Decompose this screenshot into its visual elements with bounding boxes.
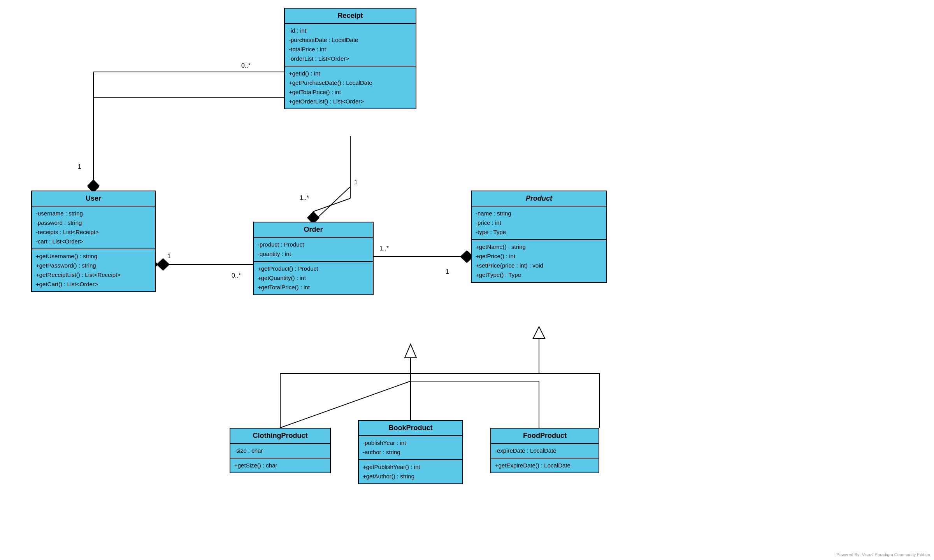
- receipt-title: Receipt: [285, 9, 416, 24]
- clothing-product-title: ClothingProduct: [230, 429, 330, 444]
- order-class: Order -product : Product -quantity : int…: [253, 222, 374, 295]
- svg-marker-14: [405, 344, 416, 358]
- multiplicity-receipt-order-receipt: 1: [354, 179, 358, 186]
- order-attributes: -product : Product -quantity : int: [254, 238, 373, 262]
- food-product-methods: +getExpireDate() : LocalDate: [491, 458, 599, 472]
- book-product-class: BookProduct -publishYear : int -author :…: [358, 420, 463, 484]
- order-title: Order: [254, 222, 373, 238]
- multiplicity-user-order-order: 0..*: [232, 272, 241, 279]
- user-attributes: -username : string -password : string -r…: [32, 206, 155, 249]
- product-attributes: -name : string -price : int -type : Type: [472, 206, 606, 240]
- user-class: User -username : string -password : stri…: [31, 191, 156, 292]
- multiplicity-order-product-product: 1: [446, 268, 449, 275]
- clothing-product-class: ClothingProduct -size : char +getSize() …: [230, 428, 331, 473]
- receipt-class: Receipt -id : int -purchaseDate : LocalD…: [284, 8, 416, 109]
- multiplicity-user-order-user: 1: [167, 253, 171, 260]
- book-product-attributes: -publishYear : int -author : string: [359, 436, 462, 460]
- product-methods: +getName() : string +getPrice() : int +s…: [472, 240, 606, 282]
- food-product-class: FoodProduct -expireDate : LocalDate +get…: [490, 428, 599, 473]
- multiplicity-receipt-user-receipt: 0..*: [241, 62, 251, 69]
- svg-marker-31: [533, 327, 545, 338]
- multiplicity-receipt-user-user: 1: [78, 163, 81, 170]
- uml-diagram: 0..* 1 1 1..* 1 0..* 1..* 1 Receipt -id …: [0, 0, 934, 560]
- food-product-title: FoodProduct: [491, 429, 599, 444]
- multiplicity-order-product-order: 1..*: [379, 245, 389, 252]
- multiplicity-receipt-order-order: 1..*: [300, 194, 309, 201]
- watermark: Powered By: Visual Paradigm Community Ed…: [836, 552, 930, 557]
- order-methods: +getProduct() : Product +getQuantity() :…: [254, 262, 373, 294]
- clothing-product-methods: +getSize() : char: [230, 458, 330, 472]
- receipt-methods: +getId() : int +getPurchaseDate() : Loca…: [285, 66, 416, 108]
- user-title: User: [32, 191, 155, 206]
- svg-line-4: [313, 187, 350, 222]
- receipt-attributes: -id : int -purchaseDate : LocalDate -tot…: [285, 24, 416, 66]
- food-product-attributes: -expireDate : LocalDate: [491, 444, 599, 458]
- clothing-product-attributes: -size : char: [230, 444, 330, 458]
- book-product-methods: +getPublishYear() : int +getAuthor() : s…: [359, 460, 462, 483]
- svg-marker-23: [157, 259, 169, 270]
- user-methods: +getUsername() : string +getPassword() :…: [32, 249, 155, 291]
- svg-line-20: [313, 198, 350, 212]
- product-title: Product: [472, 191, 606, 206]
- product-class: Product -name : string -price : int -typ…: [471, 191, 607, 283]
- book-product-title: BookProduct: [359, 421, 462, 436]
